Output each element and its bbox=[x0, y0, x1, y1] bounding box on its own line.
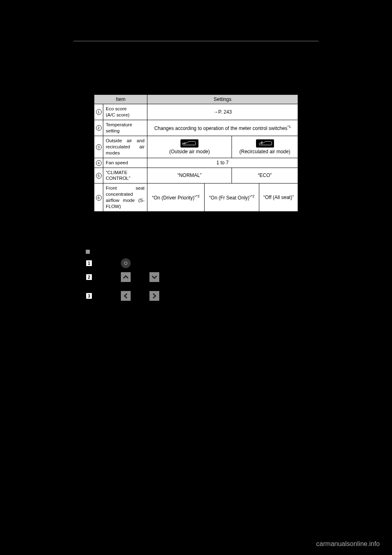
circled-number: 1 bbox=[96, 109, 102, 115]
step-number: 2 bbox=[86, 274, 92, 280]
circle-dot-icon bbox=[124, 262, 127, 265]
row-settings: 1 to 7 bbox=[147, 158, 298, 168]
air-mode-label: (Recirculated air mode) bbox=[239, 149, 290, 154]
th-item: Item bbox=[94, 95, 147, 104]
circled-number: 3 bbox=[96, 144, 102, 150]
right-arrow-icon[interactable] bbox=[149, 291, 159, 301]
step-number: 1 bbox=[86, 260, 92, 266]
circled-number: 5 bbox=[96, 173, 102, 179]
circled-number: 4 bbox=[96, 160, 102, 166]
footnote-ref: *1 bbox=[287, 125, 291, 129]
settings-table-wrap: Item Settings 1 Eco score (A/C score) →P… bbox=[94, 94, 298, 212]
circled-number: 6 bbox=[96, 195, 102, 201]
table-row: 6 Front seat concentrated airflow mode (… bbox=[94, 184, 298, 212]
square-bullet-icon bbox=[86, 250, 90, 254]
air-mode-recirculated: (Recirculated air mode) bbox=[232, 136, 298, 158]
circled-number: 2 bbox=[96, 125, 102, 131]
row-item: Temperature setting bbox=[103, 120, 147, 136]
row-settings: →P. 243 bbox=[147, 104, 298, 120]
row-settings: Changes according to operation of the me… bbox=[147, 120, 298, 136]
footnote-ref: *2 bbox=[251, 194, 255, 198]
left-arrow-icon[interactable] bbox=[121, 291, 131, 301]
table-row: 5 “CLIMATE CONTROL” “NORMAL” “ECO” bbox=[94, 168, 298, 184]
row-settings-c2: “On (Fr Seat Only)”*2 bbox=[205, 184, 259, 212]
step-number: 3 bbox=[86, 293, 92, 299]
table-row: 4 Fan speed 1 to 7 bbox=[94, 158, 298, 168]
step-row: 3 bbox=[86, 291, 368, 301]
recirculated-air-icon bbox=[256, 139, 274, 148]
footnote-ref: *2 bbox=[196, 194, 200, 198]
row-item: Fan speed bbox=[103, 158, 147, 168]
row-settings-c3: “Off (All seat)” bbox=[259, 184, 298, 212]
section-bullet-row bbox=[86, 248, 368, 254]
step-row: 1 bbox=[86, 258, 368, 268]
row-index: 4 bbox=[94, 158, 103, 168]
manual-page: Item Settings 1 Eco score (A/C score) →P… bbox=[0, 0, 392, 321]
row-item: Eco score (A/C score) bbox=[103, 104, 147, 120]
row-item: Front seat concentrated airflow mode (S-… bbox=[103, 184, 147, 212]
step-row: 2 bbox=[86, 272, 368, 282]
steps-area: 1 2 3 bbox=[86, 248, 368, 301]
row-item: Outside air and recirculated air modes bbox=[103, 136, 147, 158]
row-settings-right: “ECO” bbox=[232, 168, 298, 184]
watermark: carmanualsonline.info bbox=[316, 540, 380, 548]
row-settings-left: “NORMAL” bbox=[147, 168, 232, 184]
row-item: “CLIMATE CONTROL” bbox=[103, 168, 147, 184]
row-index: 2 bbox=[94, 120, 103, 136]
settings-table: Item Settings 1 Eco score (A/C score) →P… bbox=[94, 94, 298, 212]
row-index: 6 bbox=[94, 184, 103, 212]
table-header-row: Item Settings bbox=[94, 95, 298, 104]
settings-text: “On (Driver Priority)” bbox=[152, 195, 196, 201]
table-row: 1 Eco score (A/C score) →P. 243 bbox=[94, 104, 298, 120]
table-row: 3 Outside air and recirculated air modes… bbox=[94, 136, 298, 158]
up-arrow-icon[interactable] bbox=[121, 272, 131, 282]
enter-button-icon[interactable] bbox=[121, 258, 131, 268]
down-arrow-icon[interactable] bbox=[149, 272, 159, 282]
row-index: 3 bbox=[94, 136, 103, 158]
air-mode-outside: (Outside air mode) bbox=[147, 136, 232, 158]
table-row: 2 Temperature setting Changes according … bbox=[94, 120, 298, 136]
th-settings: Settings bbox=[147, 95, 298, 104]
outside-air-icon bbox=[180, 139, 198, 148]
row-index: 1 bbox=[94, 104, 103, 120]
settings-text: Changes according to operation of the me… bbox=[154, 125, 287, 131]
settings-text: “On (Fr Seat Only)” bbox=[209, 195, 251, 201]
page-header-rule bbox=[74, 41, 318, 41]
air-mode-label: (Outside air mode) bbox=[169, 149, 209, 154]
row-settings-c1: “On (Driver Priority)”*2 bbox=[147, 184, 205, 212]
row-index: 5 bbox=[94, 168, 103, 184]
